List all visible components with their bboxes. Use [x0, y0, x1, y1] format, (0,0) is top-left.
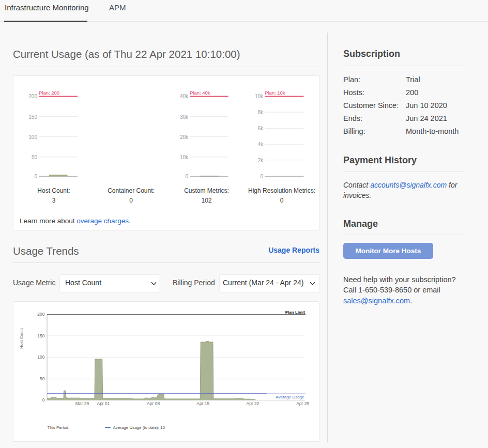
svg-text:Apr 08: Apr 08	[147, 401, 160, 406]
svg-text:2k: 2k	[257, 158, 264, 163]
svg-text:Apr 15: Apr 15	[196, 401, 209, 406]
svg-text:8k: 8k	[257, 110, 264, 115]
svg-text:50: 50	[40, 376, 45, 381]
svg-text:0: 0	[185, 174, 188, 179]
svg-text:Plan Limit: Plan Limit	[285, 310, 306, 315]
svg-text:10k: 10k	[180, 155, 189, 160]
svg-text:Average Usage (to date): 15: Average Usage (to date): 15	[113, 425, 165, 430]
svg-text:0: 0	[34, 174, 37, 179]
svg-text:0: 0	[42, 397, 45, 403]
svg-text:150: 150	[28, 114, 37, 120]
svg-text:10k: 10k	[255, 94, 264, 99]
svg-text:Custom Metrics:: Custom Metrics:	[184, 187, 229, 194]
svg-text:100: 100	[28, 134, 37, 140]
svg-text:Apr 22: Apr 22	[246, 401, 259, 406]
svg-text:0: 0	[260, 174, 263, 179]
svg-text:Average Usage: Average Usage	[276, 395, 305, 399]
svg-text:This Period:: This Period:	[48, 425, 70, 430]
svg-text:200: 200	[28, 94, 37, 99]
svg-text:Host Count:: Host Count:	[37, 187, 70, 194]
svg-text:6k: 6k	[257, 126, 264, 131]
svg-text:Container Count:: Container Count:	[108, 187, 155, 194]
svg-text:50: 50	[32, 155, 38, 160]
svg-text:Apr 01: Apr 01	[97, 401, 110, 406]
svg-text:40k: 40k	[180, 94, 189, 99]
svg-text:150: 150	[37, 333, 44, 338]
svg-text:0: 0	[129, 197, 133, 204]
svg-text:30k: 30k	[180, 114, 189, 120]
svg-text:4k: 4k	[257, 142, 264, 147]
svg-text:High Resolution Metrics:: High Resolution Metrics:	[248, 187, 315, 194]
svg-text:100: 100	[37, 354, 44, 360]
svg-text:Mar 29: Mar 29	[75, 401, 89, 406]
svg-text:0: 0	[280, 197, 284, 204]
svg-text:3: 3	[52, 197, 56, 204]
svg-text:Host Count: Host Count	[19, 328, 24, 349]
svg-text:Apr 29: Apr 29	[296, 401, 309, 406]
svg-text:Plan: 10k: Plan: 10k	[265, 90, 285, 96]
svg-text:Plan: 200: Plan: 200	[39, 90, 59, 96]
svg-text:102: 102	[201, 197, 211, 204]
svg-text:20k: 20k	[180, 134, 189, 140]
svg-text:200: 200	[37, 312, 44, 317]
svg-text:Plan: 40k: Plan: 40k	[190, 90, 210, 96]
